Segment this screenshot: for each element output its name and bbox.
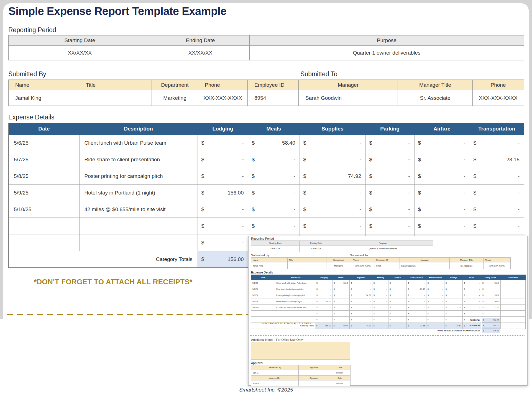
- signature-label: Signature: [299, 376, 329, 380]
- transportation-cell: $-: [407, 280, 426, 286]
- dollar-sign: $: [374, 300, 375, 302]
- dollar-sign: $: [369, 190, 372, 196]
- dollar-sign: $: [482, 313, 484, 314]
- title-value: [288, 262, 326, 269]
- dollar-sign: $: [369, 140, 372, 146]
- amount-value: -: [464, 157, 465, 163]
- expense-row: 5/8/25 Poster printing for campaign pitc…: [9, 168, 524, 185]
- rental-vehicle-cell: $-: [426, 305, 444, 311]
- approval-header-row: Requested By Signature Date: [251, 365, 351, 370]
- col-meals: Meals: [332, 275, 350, 280]
- transportation-cell: $-: [470, 218, 524, 234]
- meals-cell: $-: [332, 286, 350, 292]
- dollar-sign: $: [201, 140, 204, 146]
- dollar-sign: $: [390, 288, 391, 290]
- amount-value: -: [293, 157, 295, 163]
- date-cell: 5/6/25: [251, 280, 275, 286]
- inset-expense-row: 5/10/25 42 miles @ $0.655/mile to site v…: [251, 305, 526, 311]
- amount-value: -: [464, 223, 465, 229]
- dollar-sign: $: [303, 140, 306, 146]
- amount-value: -: [424, 300, 425, 302]
- airfare-cell: $-: [414, 135, 470, 151]
- description-cell: Client lunch with Urban Pulse team: [79, 135, 198, 151]
- amount-value: 23.15: [420, 288, 425, 290]
- col-title: Title: [79, 80, 152, 90]
- amount-value: 23.15: [506, 157, 520, 163]
- date-cell: [9, 218, 79, 234]
- date-cell: 5/9/25: [9, 185, 79, 201]
- expense-details-heading: Expense Details: [8, 114, 54, 121]
- col-employee-id: Employee ID: [248, 80, 299, 90]
- amount-value: -: [464, 173, 465, 179]
- date-cell: 5/7/25: [251, 286, 275, 292]
- daily-total-cell: $58.40: [481, 280, 501, 286]
- amount-value: -: [518, 173, 520, 179]
- lodging-cell: $-: [198, 234, 248, 251]
- description-cell: Ride share to client presentation: [79, 151, 198, 168]
- amount-value: -: [331, 313, 331, 314]
- col-parking: Parking: [365, 123, 414, 135]
- expense-row: 5/7/25 Ride share to client presentation…: [9, 151, 524, 168]
- daily-total-cell: $-: [481, 311, 501, 317]
- amount-value: -: [348, 294, 348, 296]
- inset-summary-totals: SUBTOTAL $316.83 ADVANCES $200.00 TOTAL …: [251, 318, 500, 333]
- requested-signature-cell: [299, 370, 329, 376]
- lodging-cell: $-: [198, 218, 248, 234]
- supplies-cell: $-: [300, 185, 365, 201]
- reporting-period-header-row: Starting Date Ending Date Purpose: [9, 35, 524, 46]
- col-phone: Phone: [351, 258, 375, 262]
- lodging-cell: $-: [198, 151, 248, 168]
- dollar-sign: $: [303, 173, 306, 179]
- expense-row: 5/10/25 42 miles @ $0.655/mile to site v…: [9, 201, 524, 218]
- amount-value: -: [424, 282, 425, 284]
- amount-value: 58.40: [343, 282, 348, 284]
- description-cell: Hotel stay in Portland (1 night): [79, 185, 198, 201]
- dollar-sign: $: [482, 288, 484, 290]
- date-cell: 5/8/25: [251, 292, 275, 298]
- supplies-cell: $-: [350, 280, 372, 286]
- description-cell: [79, 234, 198, 251]
- dollar-sign: $: [369, 173, 372, 179]
- col-transportation: Transportation: [470, 123, 524, 135]
- amount-value: 27.51: [456, 306, 461, 308]
- parking-cell: $-: [365, 151, 414, 168]
- dollar-sign: $: [464, 306, 465, 308]
- col-purpose: Purpose: [333, 241, 433, 245]
- other-cell: $-: [463, 298, 481, 305]
- dollar-sign: $: [464, 300, 465, 302]
- dollar-sign: $: [408, 306, 409, 308]
- manager-value: Sarah Goodwin: [299, 90, 398, 106]
- amount-value: -: [331, 294, 331, 296]
- mileage-cell: $-: [444, 280, 463, 286]
- inset-notes-heading: Additional Notes - For Office Use Only: [251, 338, 303, 341]
- meals-cell: $-: [248, 218, 300, 234]
- amount-value: 156.00: [227, 190, 244, 196]
- amount-value: -: [405, 282, 405, 284]
- amount-value: -: [242, 206, 244, 213]
- col-employee-id: Employee ID: [375, 258, 400, 262]
- daily-total-cell: $156.00: [481, 298, 501, 305]
- other-cell: $-: [463, 305, 481, 311]
- dollar-sign: $: [351, 313, 352, 314]
- date-cell: [9, 234, 79, 251]
- dollar-sign: $: [418, 223, 421, 229]
- col-mileage: Mileage: [444, 275, 463, 280]
- amount-value: -: [443, 288, 443, 290]
- dollar-sign: $: [252, 157, 255, 163]
- parking-cell: $-: [372, 286, 388, 292]
- dollar-sign: $: [482, 294, 484, 296]
- dollar-sign: $: [464, 294, 465, 296]
- date-label: Date: [329, 365, 351, 370]
- transportation-cell: $-: [470, 201, 524, 218]
- amount-value: -: [424, 306, 425, 308]
- dollar-sign: $: [351, 300, 352, 302]
- inset-full-template-preview: Reporting Period Starting Date Ending Da…: [248, 236, 528, 386]
- inset-expense-row: 5/7/25 Ride share to client presentation…: [251, 286, 526, 292]
- amount-value: -: [331, 282, 331, 284]
- amount-value: -: [405, 300, 405, 302]
- inset-expense-row: 5/6/25 Client lunch with Urban Pulse tea…: [251, 280, 526, 286]
- airfare-cell: $-: [414, 168, 470, 185]
- airfare-cell: $-: [414, 201, 470, 218]
- amount-value: -: [331, 306, 331, 308]
- other-cell: $-: [463, 280, 481, 286]
